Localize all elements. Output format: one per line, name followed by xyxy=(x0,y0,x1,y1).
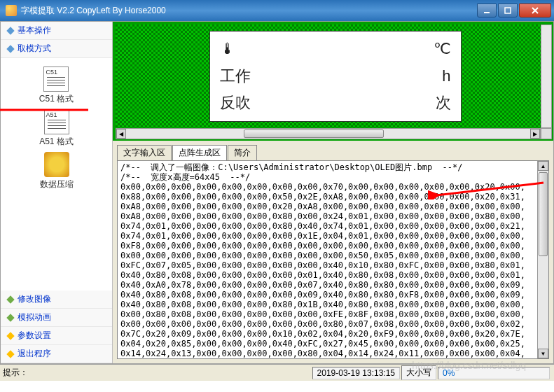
content-area: 🌡℃ 工作h 反吹次 ◀ ▶ 文字输入区 点阵生成区 简介 /*-- 调入了一幅… xyxy=(113,22,553,363)
sidebar-tab-exit[interactable]: 退出程序 xyxy=(1,345,112,363)
preview-scrollbar-horizontal[interactable]: ◀ ▶ xyxy=(116,128,541,139)
lcd-cell: 次 xyxy=(436,94,451,112)
scroll-right-icon[interactable]: ▶ xyxy=(530,129,540,139)
status-bar: 提示： 2019-03-19 13:13:15 大小写 0% xyxy=(0,364,554,381)
a51-icon xyxy=(44,109,69,134)
sidebar-tab-params[interactable]: 参数设置 xyxy=(1,327,112,345)
lcd-cell: 工作 xyxy=(220,67,251,85)
maximize-button[interactable] xyxy=(498,4,518,18)
lcd-cell: ℃ xyxy=(434,40,451,58)
preview-canvas[interactable]: 🌡℃ 工作h 反吹次 xyxy=(116,24,541,128)
sidebar-tab-modify[interactable]: 修改图像 xyxy=(1,290,112,309)
sidebar-tab-basic[interactable]: 基本操作 xyxy=(1,22,112,40)
tab-about[interactable]: 简介 xyxy=(228,145,257,160)
status-progress: 0% xyxy=(443,368,455,378)
c51-icon xyxy=(43,66,69,92)
scroll-corner xyxy=(541,128,552,139)
output-scrollbar-vertical[interactable]: ▲ ▼ xyxy=(537,161,548,358)
lcd-cell: 🌡 xyxy=(220,40,235,58)
minimize-button[interactable] xyxy=(477,4,497,18)
sidebar: 基本操作 取模方式 C51 格式 A51 格式 数据压缩 修改图像 模拟动画 参… xyxy=(1,22,113,363)
tool-a51-format[interactable]: A51 格式 xyxy=(39,108,74,148)
window-title: 字模提取 V2.2 CopyLeft By Horse2000 xyxy=(21,5,166,17)
tool-label: C51 格式 xyxy=(39,93,74,105)
lcd-cell: h xyxy=(442,67,450,85)
scroll-thumb[interactable] xyxy=(244,130,384,138)
scroll-left-icon[interactable]: ◀ xyxy=(116,129,126,139)
window-controls xyxy=(476,4,551,18)
scroll-down-icon[interactable]: ▼ xyxy=(538,349,548,358)
tool-c51-format[interactable]: C51 格式 xyxy=(39,65,74,105)
tab-bitmap-output[interactable]: 点阵生成区 xyxy=(172,145,227,160)
sidebar-tab-animate[interactable]: 模拟动画 xyxy=(1,309,112,327)
output-panel: 文字输入区 点阵生成区 简介 /*-- 调入了一幅图像：C:\Users\Adm… xyxy=(113,141,553,363)
status-tip-label: 提示： xyxy=(3,367,28,379)
status-caps: 大小写 xyxy=(401,365,436,380)
cube-icon xyxy=(44,152,69,177)
tool-data-compress[interactable]: 数据压缩 xyxy=(40,150,74,190)
lcd-cell: 反吹 xyxy=(220,94,251,112)
output-textarea-wrap: /*-- 调入了一幅图像：C:\Users\Administrator\Desk… xyxy=(117,160,549,359)
scroll-thumb[interactable] xyxy=(539,172,548,256)
close-button[interactable] xyxy=(519,4,551,18)
sidebar-tab-mode[interactable]: 取模方式 xyxy=(1,40,112,58)
output-tabs: 文字输入区 点阵生成区 简介 xyxy=(117,145,549,160)
preview-scrollbar-vertical[interactable] xyxy=(541,24,552,128)
lcd-preview: 🌡℃ 工作h 反吹次 xyxy=(209,31,462,122)
tool-label: 数据压缩 xyxy=(40,178,74,190)
title-bar: 字模提取 V2.2 CopyLeft By Horse2000 xyxy=(0,0,554,21)
main-area: 基本操作 取模方式 C51 格式 A51 格式 数据压缩 修改图像 模拟动画 参… xyxy=(0,21,554,364)
preview-panel: 🌡℃ 工作h 反吹次 ◀ ▶ xyxy=(113,22,553,141)
status-date: 2019-03-19 13:13:15 xyxy=(312,367,400,379)
tool-label: A51 格式 xyxy=(39,136,74,148)
svg-rect-1 xyxy=(505,8,511,13)
app-icon xyxy=(6,5,17,16)
tab-text-input[interactable]: 文字输入区 xyxy=(117,145,172,160)
scroll-up-icon[interactable]: ▲ xyxy=(538,161,548,171)
output-textarea[interactable]: /*-- 调入了一幅图像：C:\Users\Administrator\Desk… xyxy=(118,161,537,358)
sidebar-tools: C51 格式 A51 格式 数据压缩 xyxy=(1,58,112,290)
